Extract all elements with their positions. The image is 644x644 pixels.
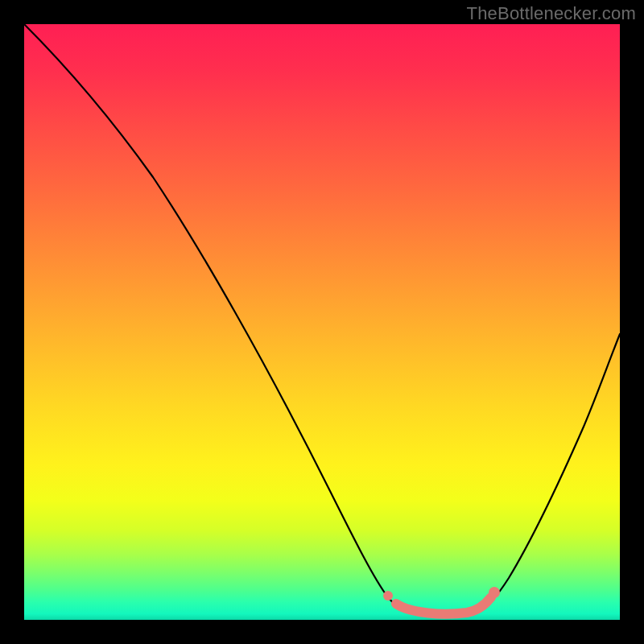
bottleneck-curve <box>24 24 620 615</box>
curve-layer <box>24 24 620 620</box>
optimal-region-highlight <box>396 597 491 614</box>
plot-area <box>24 24 620 620</box>
chart-container: TheBottlenecker.com <box>0 0 644 644</box>
watermark-text: TheBottlenecker.com <box>467 3 636 24</box>
highlight-start-dot <box>383 591 393 601</box>
highlight-end-dot <box>489 587 500 598</box>
